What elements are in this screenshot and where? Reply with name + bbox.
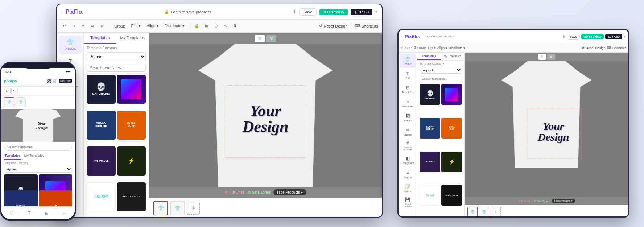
laptop-hide-products-button[interactable]: Hide Products ▾ bbox=[273, 189, 306, 195]
laptop-share-icon[interactable]: ⇧ bbox=[292, 9, 296, 15]
laptop-back-icon[interactable]: ‹ bbox=[61, 10, 63, 14]
laptop-view-back[interactable]: 👕 bbox=[266, 35, 276, 42]
laptop-paste-icon[interactable]: ⧈ bbox=[98, 22, 106, 30]
tablet-reset-label[interactable]: ↺ Reset Design bbox=[582, 46, 606, 50]
tablet-canvas-main[interactable]: Your Design bbox=[465, 61, 628, 197]
phone-thumb-front[interactable]: 👕 bbox=[4, 97, 14, 107]
tablet-sidebar-cliparts[interactable]: ✂ Cliparts bbox=[400, 125, 416, 139]
phone-undo-button[interactable]: ↩ bbox=[4, 88, 11, 94]
phone-category-select[interactable]: Apparel bbox=[4, 166, 72, 173]
laptop-undo-icon[interactable]: ↩ bbox=[61, 22, 68, 30]
tablet-template-blacksmith[interactable]: BLACKSMITH bbox=[441, 185, 462, 206]
laptop-distribute-button[interactable]: Distribute ▾ bbox=[163, 23, 187, 29]
tablet-category-select[interactable]: Apparel bbox=[420, 67, 462, 74]
tablet-sidebar-layers[interactable]: ≡ Layers bbox=[400, 167, 416, 181]
phone-search-input[interactable] bbox=[4, 144, 72, 151]
phone-image-icon[interactable]: 🖼 bbox=[47, 78, 51, 83]
tablet-save-button[interactable]: Save bbox=[567, 34, 580, 40]
laptop-grid-icon[interactable]: ⊞ bbox=[203, 22, 210, 30]
tablet-price-button[interactable]: $187.60 bbox=[605, 34, 622, 39]
tablet-share-icon[interactable]: ⇧ bbox=[562, 34, 565, 38]
laptop-tab-templates[interactable]: Templates bbox=[84, 33, 116, 44]
laptop-search-input[interactable] bbox=[87, 64, 146, 72]
tablet-tab-templates[interactable]: Templates bbox=[417, 53, 441, 60]
phone-nav-heart[interactable]: ♡ bbox=[10, 211, 14, 216]
tablet-sidebar-background[interactable]: ◧ Background bbox=[400, 153, 416, 167]
tablet-copy-icon[interactable]: ⧉ bbox=[414, 46, 416, 50]
laptop-chevron-icon[interactable]: ▾ bbox=[375, 9, 377, 14]
tablet-group-label[interactable]: Group bbox=[417, 46, 426, 50]
laptop-flip-v-icon[interactable]: ⇅ bbox=[231, 22, 238, 30]
phone-nav-more[interactable]: ··· bbox=[63, 211, 66, 216]
tablet-template-chill[interactable]: CHILLOUT bbox=[441, 118, 462, 139]
laptop-group-button[interactable]: Group bbox=[112, 23, 127, 29]
laptop-thumb-front[interactable]: 👕 bbox=[153, 201, 168, 215]
laptop-crop-icon[interactable]: ⊡ bbox=[212, 22, 219, 30]
tablet-sidebar-images[interactable]: 🖼 Images bbox=[400, 111, 416, 124]
laptop-tab-my-templates[interactable]: My Templates bbox=[116, 33, 149, 44]
laptop-save-button[interactable]: Save bbox=[299, 8, 316, 16]
tablet-search-input[interactable] bbox=[420, 76, 462, 82]
laptop-flip-button[interactable]: Flip ▾ bbox=[129, 23, 143, 29]
tablet-sidebar-text[interactable]: T Text bbox=[400, 68, 416, 82]
laptop-copy-icon[interactable]: ⧉ bbox=[89, 22, 96, 30]
phone-thumb-back[interactable]: 👕 bbox=[16, 97, 26, 107]
laptop-reset-button[interactable]: ↺ Reset Design bbox=[319, 24, 347, 28]
tablet-template-sideup[interactable]: SUNNYSIDE UP bbox=[420, 118, 440, 139]
laptop-preview-button[interactable]: 3D Preview bbox=[319, 9, 348, 15]
laptop-template-skull[interactable]: 💀 EAT BRAINS bbox=[87, 75, 116, 104]
phone-template-sideup[interactable]: SUNNYSIDE UP bbox=[4, 190, 38, 206]
tablet-align-label[interactable]: Align ▾ bbox=[437, 46, 447, 50]
tablet-distribute-label[interactable]: Distribute ▾ bbox=[449, 46, 466, 50]
tablet-thumb-add[interactable]: + bbox=[491, 207, 501, 217]
tablet-template-fresh[interactable]: fresh! bbox=[420, 185, 440, 206]
laptop-shortcuts-button[interactable]: ⌨ Shortcuts bbox=[355, 24, 378, 28]
tablet-sidebar-name-numbers[interactable]: # Name &Numbers bbox=[400, 139, 416, 153]
laptop-thumb-add[interactable]: + bbox=[187, 202, 200, 215]
tablet-template-retro[interactable] bbox=[441, 84, 462, 105]
laptop-price-button[interactable]: $187.60 bbox=[351, 9, 372, 15]
tablet-shortcuts-label[interactable]: ⌨ Shortcuts bbox=[607, 46, 626, 50]
laptop-template-fresh[interactable]: fresh! bbox=[87, 182, 116, 211]
laptop-view-front[interactable]: 👕 bbox=[255, 35, 265, 42]
tablet-view-back[interactable]: 👕 bbox=[547, 54, 555, 60]
tablet-sidebar-elements[interactable]: ✦ Elements bbox=[400, 96, 416, 110]
laptop-template-chillout[interactable]: CHILLOUT bbox=[117, 111, 146, 140]
tablet-undo-icon[interactable]: ↩ bbox=[401, 46, 404, 50]
tablet-hide-products-button[interactable]: Hide Products ▾ bbox=[552, 199, 575, 203]
phone-cart-icon[interactable]: 🛒 bbox=[52, 78, 58, 83]
laptop-template-retro[interactable] bbox=[117, 75, 146, 104]
phone-redo-button[interactable]: ↪ bbox=[11, 88, 18, 94]
tablet-flip-label[interactable]: Flip ▾ bbox=[428, 46, 436, 50]
phone-template-chill[interactable]: CHILLOUT bbox=[39, 190, 73, 206]
tablet-sidebar-saved[interactable]: 💾 SavedDesigns bbox=[400, 195, 416, 209]
laptop-category-select[interactable]: Apparel bbox=[87, 52, 146, 61]
laptop-redo-icon[interactable]: ↪ bbox=[70, 22, 77, 30]
laptop-cut-icon[interactable]: ✂ bbox=[79, 22, 87, 30]
tablet-template-skull[interactable]: 💀 EAT BRAINS bbox=[420, 84, 440, 105]
laptop-align-button[interactable]: Align ▾ bbox=[145, 23, 161, 29]
tablet-chevron-icon[interactable]: ▾ bbox=[624, 35, 626, 38]
tablet-view-front[interactable]: 👕 bbox=[538, 54, 546, 60]
laptop-thumb-back[interactable]: 👕 bbox=[170, 201, 185, 215]
phone-tab-my-templates[interactable]: My Templates bbox=[24, 152, 45, 160]
laptop-canvas-main[interactable]: Your Design bbox=[149, 44, 382, 187]
laptop-sidebar-product[interactable]: 👕 Product bbox=[59, 36, 82, 54]
laptop-template-sideup[interactable]: SUNNYSIDE UP bbox=[87, 111, 116, 140]
phone-tab-templates[interactable]: Templates bbox=[4, 152, 21, 160]
tablet-redo-icon[interactable]: ↪ bbox=[405, 46, 408, 50]
tablet-thumb-front[interactable]: 👕 bbox=[467, 207, 478, 217]
tablet-preview-button[interactable]: 3D Preview bbox=[581, 34, 604, 39]
laptop-template-anarchy[interactable]: ⚡ bbox=[117, 146, 146, 176]
phone-nav-templates[interactable]: ⊞ bbox=[45, 211, 49, 216]
tablet-back-icon[interactable]: ‹ bbox=[401, 35, 402, 38]
tablet-tab-my-templates[interactable]: My Templates bbox=[441, 53, 465, 60]
laptop-template-blacksmith[interactable]: BLACKSMITH bbox=[117, 182, 146, 211]
tablet-thumb-back[interactable]: 👕 bbox=[479, 207, 489, 217]
tablet-sidebar-product[interactable]: 👕 Product bbox=[400, 54, 416, 68]
laptop-lock-icon[interactable]: 🔒 bbox=[193, 22, 201, 30]
laptop-template-prince[interactable]: THe PriNcE bbox=[87, 146, 116, 176]
laptop-login-button[interactable]: 🔒 Login to save progress bbox=[164, 9, 211, 14]
laptop-expand-icon[interactable]: ⤡ bbox=[222, 22, 229, 30]
phone-nav-text[interactable]: T bbox=[28, 211, 30, 216]
